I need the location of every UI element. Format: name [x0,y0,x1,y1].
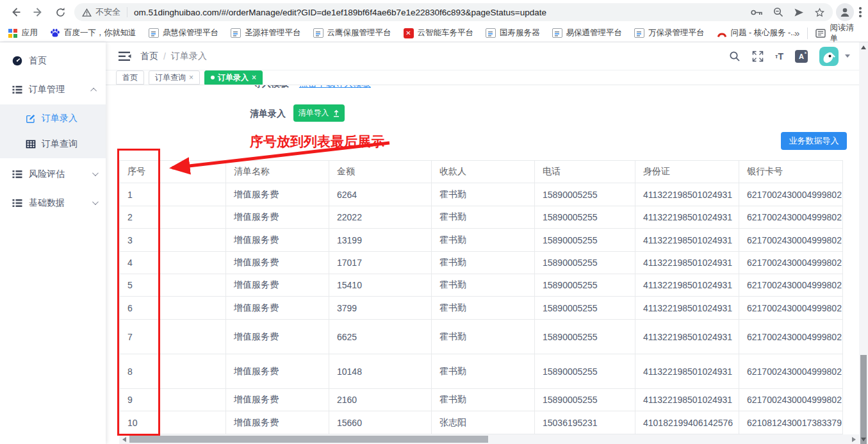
password-key-icon[interactable] [751,9,763,16]
reload-button[interactable] [51,3,69,21]
avatar-dropdown-caret[interactable] [845,54,850,58]
breadcrumb-home[interactable]: 首页 [140,51,158,62]
address-bar[interactable]: 不安全 om.51dinghuibao.com/#/orderManage/ed… [74,3,833,21]
bookmark-item[interactable]: 云鹰保服管理平台 [313,28,391,38]
table-row: 8增值服务费10148霍书勤15890005255411322198501024… [120,354,843,389]
close-icon[interactable]: × [252,73,256,82]
tab-order-query[interactable]: 订单查询 × [149,70,200,85]
bookmark-item[interactable]: 云智能车务平台 [404,28,474,38]
sidebar-item-order-query[interactable]: 订单查询 [0,131,106,157]
table-cell: 10148 [329,354,432,389]
user-avatar[interactable] [819,47,839,66]
table-cell: 15890005255 [535,206,635,229]
tab-label: 订单查询 [155,72,186,83]
bookmark-item[interactable]: 万保录管理平台 [634,28,705,38]
table-cell: 22022 [329,206,432,229]
table-cell: 411322198501024931 [635,354,739,389]
table-cell: 15890005255 [535,354,635,389]
reading-list-icon [815,29,826,38]
sidebar-item-home[interactable]: 首页 [0,46,106,75]
reading-list-button[interactable]: 阅读清单 [815,22,862,44]
annotation-text: 序号放到列表最后展示 [250,133,384,151]
table-row: 4增值服务费17017霍书勤15890005255411322198501024… [120,252,843,274]
sidebar-item-label: 订单查询 [42,138,78,150]
back-button[interactable] [6,3,24,21]
table-header-row: 序号清单名称金额收款人电话身份证银行卡号 [120,161,843,183]
table-cell: 增值服务费 [226,320,329,354]
tab-home[interactable]: 首页 [116,70,144,85]
font-size-icon[interactable]: тT [775,51,783,62]
sidebar-collapse-icon[interactable] [119,51,131,62]
zoom-icon[interactable] [773,7,783,17]
search-icon[interactable] [729,51,741,62]
table-row: 7增值服务费6625霍书勤158900052554113221985010249… [120,320,843,354]
bookmark-item[interactable]: 圣源祥管理平台 [231,28,301,38]
column-header: 序号 [120,161,226,183]
table-cell: 霍书勤 [432,252,535,274]
bookmark-label: 易保通管理平台 [566,28,623,38]
active-dot [211,76,215,79]
browser-menu-icon[interactable] [859,7,862,17]
tab-order-entry[interactable]: 订单录入 × [204,70,263,85]
table-cell: 霍书勤 [432,354,535,389]
scroll-left-arrow[interactable] [122,437,126,442]
vertical-scrollbar[interactable] [859,42,868,444]
list-icon [12,169,23,180]
bookmark-item[interactable]: 问题 - 核心服务 -... [717,28,795,38]
table-cell: 6217002430004999802 [739,274,843,297]
browser-profile-avatar[interactable] [836,3,854,21]
send-to-device-icon[interactable] [794,8,804,17]
table-cell: 增值服务费 [226,229,329,252]
table-cell: 410182199406142576 [635,411,739,434]
horizontal-scrollbar-thumb[interactable] [129,436,488,443]
bookmark-label: 国寿服务器 [500,28,540,38]
table-cell: 411322198501024931 [635,297,739,320]
opened-tabs-bar: 首页 订单查询 × 订单录入 × [106,70,859,85]
scroll-right-arrow[interactable] [852,437,856,442]
bookmark-favicon [313,28,323,38]
business-data-import-button[interactable]: 业务数据导入 [781,132,847,150]
url-text[interactable]: om.51dinghuibao.com/#/orderManage/edit?G… [134,8,744,17]
vertical-scrollbar-thumb[interactable] [860,355,867,444]
security-indicator[interactable]: 不安全 [82,6,120,18]
table-row: 2增值服务费22022霍书勤15890005255411322198501024… [120,206,843,229]
edit-icon [26,113,36,124]
bookmark-star-icon[interactable] [814,7,825,18]
bookmark-item[interactable]: 国寿服务器 [486,28,540,38]
translate-icon[interactable]: Ax [795,50,808,63]
table-cell: 增值服务费 [226,206,329,229]
column-header: 金额 [329,161,432,183]
table-cell: 6217002430004999802 [739,183,843,206]
bookmark-item[interactable]: 应用 [8,28,38,38]
bookmark-item[interactable]: 百度一下，你就知道 [50,28,136,38]
breadcrumb: 首页 / 订单录入 [140,51,207,62]
fullscreen-icon[interactable] [752,51,764,62]
bookmark-item[interactable]: 鼎慧保管理平台 [149,28,219,38]
list-import-button[interactable]: 清单导入 [293,104,345,122]
button-label: 业务数据导入 [789,135,839,147]
table-cell: 6 [120,297,226,320]
scroll-up-arrow[interactable] [861,45,866,49]
scroll-down-arrow[interactable] [861,438,866,441]
table-cell: 6264 [329,183,432,206]
table-cell: 15410 [329,274,432,297]
sidebar-item-risk[interactable]: 风险评估 [0,160,106,188]
close-icon[interactable]: × [189,73,193,82]
download-template-link[interactable]: 点击下载导入模板 [299,85,371,88]
bookmarks-overflow-chevron[interactable]: » [794,28,799,38]
forward-button[interactable] [29,3,47,21]
sidebar-item-label: 风险评估 [29,169,92,180]
column-header: 收款人 [432,161,535,183]
bookmarks-list: 应用 百度一下，你就知道 鼎慧保管理平台 圣源祥管理平台 云鹰保服管理平台 云智… [8,28,794,38]
dashboard-icon [12,55,23,67]
sidebar-item-base-data[interactable]: 基础数据 [0,188,106,217]
bookmark-item[interactable]: 易保通管理平台 [552,28,623,38]
sidebar-item-order-entry[interactable]: 订单录入 [0,106,106,131]
bookmark-favicon [717,28,727,38]
table-cell: 5 [120,274,226,297]
horizontal-scrollbar[interactable] [119,434,859,444]
sidebar-item-order-manage[interactable]: 订单管理 [0,75,106,104]
table-cell: 13199 [329,229,432,252]
bookmarks-bar: 应用 百度一下，你就知道 鼎慧保管理平台 圣源祥管理平台 云鹰保服管理平台 云智… [0,24,868,42]
bookmark-label: 百度一下，你就知道 [64,28,136,38]
